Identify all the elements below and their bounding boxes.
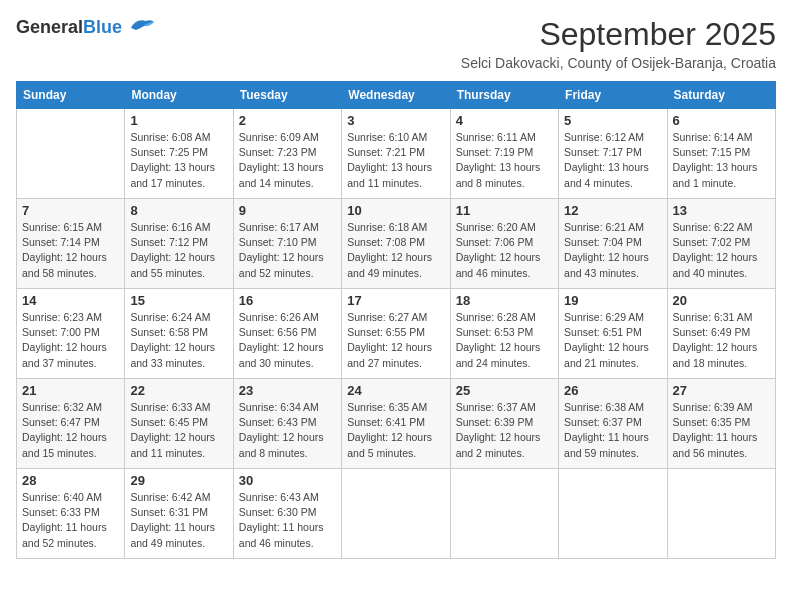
day-number: 30: [239, 473, 336, 488]
day-number: 5: [564, 113, 661, 128]
table-row: 24Sunrise: 6:35 AMSunset: 6:41 PMDayligh…: [342, 379, 450, 469]
day-info: Sunrise: 6:15 AMSunset: 7:14 PMDaylight:…: [22, 220, 119, 281]
table-row: 3Sunrise: 6:10 AMSunset: 7:21 PMDaylight…: [342, 109, 450, 199]
day-info: Sunrise: 6:38 AMSunset: 6:37 PMDaylight:…: [564, 400, 661, 461]
day-number: 12: [564, 203, 661, 218]
col-wednesday: Wednesday: [342, 82, 450, 109]
calendar-title: September 2025: [461, 16, 776, 53]
calendar-week-row: 28Sunrise: 6:40 AMSunset: 6:33 PMDayligh…: [17, 469, 776, 559]
table-row: 14Sunrise: 6:23 AMSunset: 7:00 PMDayligh…: [17, 289, 125, 379]
day-info: Sunrise: 6:21 AMSunset: 7:04 PMDaylight:…: [564, 220, 661, 281]
day-info: Sunrise: 6:42 AMSunset: 6:31 PMDaylight:…: [130, 490, 227, 551]
table-row: 18Sunrise: 6:28 AMSunset: 6:53 PMDayligh…: [450, 289, 558, 379]
day-number: 1: [130, 113, 227, 128]
day-number: 24: [347, 383, 444, 398]
logo: GeneralBlue: [16, 16, 156, 40]
day-info: Sunrise: 6:14 AMSunset: 7:15 PMDaylight:…: [673, 130, 770, 191]
page-container: GeneralBlue September 2025 Selci Dakovac…: [16, 16, 776, 559]
day-number: 13: [673, 203, 770, 218]
day-number: 6: [673, 113, 770, 128]
table-row: 12Sunrise: 6:21 AMSunset: 7:04 PMDayligh…: [559, 199, 667, 289]
day-info: Sunrise: 6:33 AMSunset: 6:45 PMDaylight:…: [130, 400, 227, 461]
table-row: [450, 469, 558, 559]
day-info: Sunrise: 6:26 AMSunset: 6:56 PMDaylight:…: [239, 310, 336, 371]
day-info: Sunrise: 6:10 AMSunset: 7:21 PMDaylight:…: [347, 130, 444, 191]
table-row: 23Sunrise: 6:34 AMSunset: 6:43 PMDayligh…: [233, 379, 341, 469]
day-number: 23: [239, 383, 336, 398]
col-sunday: Sunday: [17, 82, 125, 109]
table-row: 7Sunrise: 6:15 AMSunset: 7:14 PMDaylight…: [17, 199, 125, 289]
day-info: Sunrise: 6:12 AMSunset: 7:17 PMDaylight:…: [564, 130, 661, 191]
calendar-week-row: 14Sunrise: 6:23 AMSunset: 7:00 PMDayligh…: [17, 289, 776, 379]
table-row: 4Sunrise: 6:11 AMSunset: 7:19 PMDaylight…: [450, 109, 558, 199]
day-number: 11: [456, 203, 553, 218]
table-row: [667, 469, 775, 559]
table-row: [559, 469, 667, 559]
day-number: 14: [22, 293, 119, 308]
header: GeneralBlue September 2025 Selci Dakovac…: [16, 16, 776, 71]
logo-blue: Blue: [83, 17, 122, 37]
calendar-subtitle: Selci Dakovacki, County of Osijek-Baranj…: [461, 55, 776, 71]
calendar-week-row: 7Sunrise: 6:15 AMSunset: 7:14 PMDaylight…: [17, 199, 776, 289]
day-info: Sunrise: 6:32 AMSunset: 6:47 PMDaylight:…: [22, 400, 119, 461]
col-saturday: Saturday: [667, 82, 775, 109]
day-number: 29: [130, 473, 227, 488]
day-info: Sunrise: 6:17 AMSunset: 7:10 PMDaylight:…: [239, 220, 336, 281]
col-tuesday: Tuesday: [233, 82, 341, 109]
day-info: Sunrise: 6:11 AMSunset: 7:19 PMDaylight:…: [456, 130, 553, 191]
logo-bird-icon: [126, 16, 156, 40]
table-row: 13Sunrise: 6:22 AMSunset: 7:02 PMDayligh…: [667, 199, 775, 289]
day-info: Sunrise: 6:20 AMSunset: 7:06 PMDaylight:…: [456, 220, 553, 281]
table-row: 1Sunrise: 6:08 AMSunset: 7:25 PMDaylight…: [125, 109, 233, 199]
day-number: 19: [564, 293, 661, 308]
day-number: 21: [22, 383, 119, 398]
table-row: 5Sunrise: 6:12 AMSunset: 7:17 PMDaylight…: [559, 109, 667, 199]
day-info: Sunrise: 6:43 AMSunset: 6:30 PMDaylight:…: [239, 490, 336, 551]
day-number: 16: [239, 293, 336, 308]
col-thursday: Thursday: [450, 82, 558, 109]
day-number: 9: [239, 203, 336, 218]
day-info: Sunrise: 6:24 AMSunset: 6:58 PMDaylight:…: [130, 310, 227, 371]
day-number: 15: [130, 293, 227, 308]
day-info: Sunrise: 6:35 AMSunset: 6:41 PMDaylight:…: [347, 400, 444, 461]
day-info: Sunrise: 6:40 AMSunset: 6:33 PMDaylight:…: [22, 490, 119, 551]
table-row: 17Sunrise: 6:27 AMSunset: 6:55 PMDayligh…: [342, 289, 450, 379]
table-row: [17, 109, 125, 199]
day-info: Sunrise: 6:23 AMSunset: 7:00 PMDaylight:…: [22, 310, 119, 371]
calendar-table: Sunday Monday Tuesday Wednesday Thursday…: [16, 81, 776, 559]
day-info: Sunrise: 6:18 AMSunset: 7:08 PMDaylight:…: [347, 220, 444, 281]
day-info: Sunrise: 6:29 AMSunset: 6:51 PMDaylight:…: [564, 310, 661, 371]
day-info: Sunrise: 6:09 AMSunset: 7:23 PMDaylight:…: [239, 130, 336, 191]
day-number: 17: [347, 293, 444, 308]
table-row: 10Sunrise: 6:18 AMSunset: 7:08 PMDayligh…: [342, 199, 450, 289]
table-row: 29Sunrise: 6:42 AMSunset: 6:31 PMDayligh…: [125, 469, 233, 559]
table-row: 11Sunrise: 6:20 AMSunset: 7:06 PMDayligh…: [450, 199, 558, 289]
table-row: 26Sunrise: 6:38 AMSunset: 6:37 PMDayligh…: [559, 379, 667, 469]
table-row: 16Sunrise: 6:26 AMSunset: 6:56 PMDayligh…: [233, 289, 341, 379]
col-monday: Monday: [125, 82, 233, 109]
table-row: 30Sunrise: 6:43 AMSunset: 6:30 PMDayligh…: [233, 469, 341, 559]
table-row: [342, 469, 450, 559]
day-info: Sunrise: 6:28 AMSunset: 6:53 PMDaylight:…: [456, 310, 553, 371]
table-row: 2Sunrise: 6:09 AMSunset: 7:23 PMDaylight…: [233, 109, 341, 199]
day-number: 2: [239, 113, 336, 128]
day-info: Sunrise: 6:16 AMSunset: 7:12 PMDaylight:…: [130, 220, 227, 281]
day-number: 27: [673, 383, 770, 398]
day-number: 28: [22, 473, 119, 488]
calendar-week-row: 1Sunrise: 6:08 AMSunset: 7:25 PMDaylight…: [17, 109, 776, 199]
day-number: 10: [347, 203, 444, 218]
day-number: 18: [456, 293, 553, 308]
day-info: Sunrise: 6:27 AMSunset: 6:55 PMDaylight:…: [347, 310, 444, 371]
logo-general: General: [16, 17, 83, 37]
col-friday: Friday: [559, 82, 667, 109]
day-info: Sunrise: 6:34 AMSunset: 6:43 PMDaylight:…: [239, 400, 336, 461]
day-number: 22: [130, 383, 227, 398]
calendar-header-row: Sunday Monday Tuesday Wednesday Thursday…: [17, 82, 776, 109]
table-row: 25Sunrise: 6:37 AMSunset: 6:39 PMDayligh…: [450, 379, 558, 469]
table-row: 19Sunrise: 6:29 AMSunset: 6:51 PMDayligh…: [559, 289, 667, 379]
table-row: 21Sunrise: 6:32 AMSunset: 6:47 PMDayligh…: [17, 379, 125, 469]
day-number: 26: [564, 383, 661, 398]
table-row: 8Sunrise: 6:16 AMSunset: 7:12 PMDaylight…: [125, 199, 233, 289]
table-row: 20Sunrise: 6:31 AMSunset: 6:49 PMDayligh…: [667, 289, 775, 379]
table-row: 27Sunrise: 6:39 AMSunset: 6:35 PMDayligh…: [667, 379, 775, 469]
